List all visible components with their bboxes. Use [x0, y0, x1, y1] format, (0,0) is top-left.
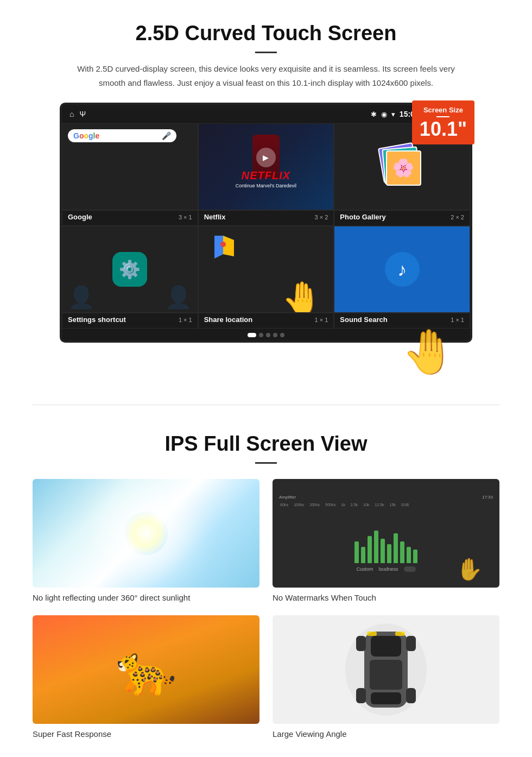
ips-section: IPS Full Screen View No light reflecting… [0, 416, 532, 757]
sound-size: 1 × 1 [451, 317, 464, 323]
amp-time: 17:33 [482, 495, 493, 500]
svg-rect-14 [395, 632, 405, 636]
google-search-bar[interactable]: Google 🎤 [68, 129, 176, 142]
music-note-icon: ♪ [397, 259, 407, 280]
section1-description: With 2.5D curved-display screen, this de… [76, 62, 456, 90]
amplifier-caption: No Watermarks When Touch [273, 593, 499, 602]
svg-rect-9 [356, 636, 366, 651]
netflix-app-cell[interactable]: ▶ NETFLIX Continue Marvel's Daredevil [198, 123, 334, 210]
eq-bar-60hz [354, 541, 359, 563]
section-separator [33, 405, 499, 405]
eq-bars [350, 509, 422, 563]
app-grid-top: Google 🎤 ▶ NETFLIX Continue Marvel's D [62, 123, 470, 210]
netflix-label: Netflix 3 × 2 [198, 210, 334, 226]
settings-app-cell[interactable]: ⚙️ 👤 👤 [62, 226, 198, 313]
svg-marker-1 [214, 236, 223, 258]
badge-size: 10.1" [420, 119, 467, 139]
google-name: Google [68, 213, 92, 221]
svg-rect-7 [370, 660, 402, 690]
flower-icon: 🌸 [387, 152, 420, 185]
svg-rect-11 [356, 688, 366, 703]
ips-divider [255, 462, 277, 464]
eq-bar-200hz [368, 536, 372, 563]
section2-title: IPS Full Screen View [33, 432, 499, 456]
hand-touch-eq: ✋ [456, 557, 483, 582]
gallery-size: 2 × 2 [451, 214, 464, 220]
google-size: 3 × 1 [179, 214, 192, 220]
features-grid: No light reflecting under 360° direct su… [33, 479, 499, 739]
bluetooth-icon: ✱ [371, 110, 377, 118]
svg-rect-8 [371, 692, 401, 704]
maps-icon [212, 235, 236, 264]
eq-freq-labels: 60hz100hz200hz500hz1k2.5k10k12.5k15kSUB [277, 503, 495, 507]
touch-screen-section: 2.5D Curved Touch Screen With 2.5D curve… [0, 0, 532, 394]
eq-bar-25k [387, 544, 391, 563]
section1-title: 2.5D Curved Touch Screen [33, 22, 499, 45]
gallery-label: Photo Gallery 2 × 2 [334, 210, 470, 226]
settings-icon-wrap: ⚙️ [112, 252, 147, 287]
svg-point-3 [220, 242, 226, 247]
feature-cheetah: 🐆 Super Fast Response [33, 615, 259, 739]
hand-touch-icon: 🤚 [282, 279, 322, 313]
eq-bar-15k [407, 547, 411, 563]
badge-divider [436, 116, 449, 117]
car-top-view [343, 621, 429, 718]
loudness-label: loudness [378, 566, 398, 572]
home-icon: ⌂ [69, 110, 74, 118]
sun-glow [124, 512, 168, 555]
app-labels-top: Google 3 × 1 Netflix 3 × 2 Photo Gallery… [62, 210, 470, 226]
cheetah-caption: Super Fast Response [33, 729, 259, 739]
eq-bar-10k [394, 533, 398, 563]
screen-size-badge: Screen Size 10.1" [412, 100, 474, 144]
amp-bottom: Custom loudness [353, 565, 419, 573]
share-location-cell[interactable]: 🤚 [198, 226, 334, 313]
cheetah-image: 🐆 [33, 615, 259, 724]
eq-bar-125k [400, 541, 404, 563]
badge-title: Screen Size [420, 106, 467, 114]
usb-icon: Ψ [79, 110, 86, 118]
feature-amplifier: Amplifier 17:33 60hz100hz200hz500hz1k2.5… [273, 479, 499, 602]
loudness-toggle[interactable] [404, 566, 416, 572]
eq-bar-1k [381, 539, 385, 563]
google-app-cell[interactable]: Google 🎤 [62, 123, 198, 210]
sunlight-caption: No light reflecting under 360° direct su… [33, 593, 259, 602]
status-left: ⌂ Ψ [69, 110, 86, 118]
eq-bar-500hz [374, 531, 378, 563]
amp-header: Amplifier 17:33 [277, 494, 495, 501]
device-mockup: ⌂ Ψ ✱ ◉ ▾ 15:06 ⊡ ◁) ⊠ ▭ [60, 103, 472, 343]
location-icon: ◉ [381, 110, 387, 118]
music-icon-wrap: ♪ [385, 252, 420, 287]
voice-search-icon[interactable]: 🎤 [162, 131, 171, 140]
title-divider [255, 52, 277, 53]
settings-icon: ⚙️ [119, 259, 141, 280]
pointing-hand: 🤚 [33, 326, 456, 377]
amplifier-image: Amplifier 17:33 60hz100hz200hz500hz1k2.5… [273, 479, 499, 588]
status-bar: ⌂ Ψ ✱ ◉ ▾ 15:06 ⊡ ◁) ⊠ ▭ [62, 105, 470, 123]
svg-rect-10 [406, 636, 416, 651]
cheetah-emoji: 🐆 [116, 641, 176, 698]
ghost-person-1: 👤 [68, 285, 95, 310]
play-button[interactable]: ▶ [256, 148, 276, 167]
eq-bar-sub [413, 550, 417, 563]
google-label: Google 3 × 1 [62, 210, 198, 226]
sunlight-image [33, 479, 259, 588]
svg-rect-13 [367, 632, 377, 636]
netflix-content: ▶ NETFLIX Continue Marvel's Daredevil [236, 146, 296, 188]
car-svg [343, 621, 429, 718]
share-name: Share location [204, 316, 253, 324]
svg-rect-6 [371, 636, 401, 657]
netflix-name: Netflix [204, 213, 226, 221]
netflix-subtitle: Continue Marvel's Daredevil [236, 183, 296, 188]
car-image [273, 615, 499, 724]
car-caption: Large Viewing Angle [273, 729, 499, 739]
feature-sunlight: No light reflecting under 360° direct su… [33, 479, 259, 602]
gallery-stack: 🌸 [381, 145, 424, 188]
amp-title: Amplifier [279, 495, 296, 500]
sound-name: Sound Search [340, 316, 387, 324]
ghost-person-2: 👤 [165, 285, 192, 310]
gallery-card-3: 🌸 [386, 150, 421, 186]
app-grid-bottom: ⚙️ 👤 👤 🤚 [62, 226, 470, 313]
netflix-logo: NETFLIX [236, 169, 296, 182]
google-logo: Google [73, 131, 99, 140]
sound-search-cell[interactable]: ♪ [334, 226, 470, 313]
